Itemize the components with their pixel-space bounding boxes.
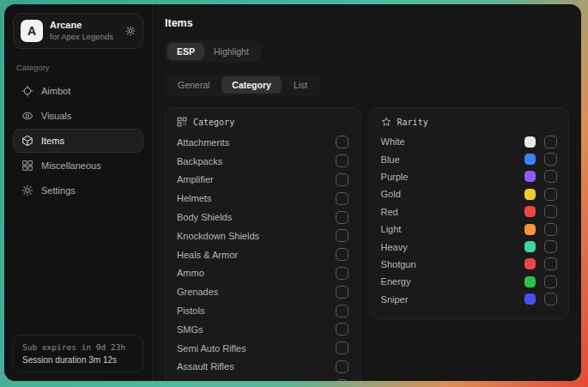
color-swatch[interactable]: [524, 189, 536, 200]
category-panel-title: Category: [193, 118, 234, 127]
category-row: Helmets: [177, 189, 349, 208]
subscription-card: Sub expires in 9d 23h Session duration 3…: [13, 335, 143, 372]
checkbox[interactable]: [336, 323, 349, 336]
sidebar-nav-label: Aimbot: [41, 86, 70, 96]
category-label: Grenades: [177, 287, 336, 297]
mode-toggle: ESP Highlight: [165, 40, 261, 63]
mode-toggle-option[interactable]: Highlight: [204, 43, 258, 60]
tab[interactable]: List: [283, 76, 318, 94]
checkbox[interactable]: [544, 153, 557, 166]
category-row: Semi Auto Rifles: [177, 339, 349, 358]
rarity-row: Shotgun: [381, 256, 557, 273]
sidebar: A Arcane for Apex Legends Category Aimbo…: [4, 4, 153, 381]
rarity-label: Blue: [381, 154, 516, 165]
category-row: Grenades: [177, 282, 349, 301]
rarity-row: White: [381, 133, 557, 150]
category-row: Backpacks: [177, 152, 349, 171]
checkbox[interactable]: [544, 188, 557, 201]
rarity-label: Light: [381, 224, 516, 234]
checkbox[interactable]: [544, 257, 557, 270]
checkbox[interactable]: [336, 192, 349, 205]
sidebar-nav-label: Visuals: [41, 111, 71, 121]
rarity-label: Sniper: [381, 294, 516, 305]
checkbox[interactable]: [336, 136, 349, 148]
color-swatch[interactable]: [524, 293, 536, 305]
tab[interactable]: Category: [221, 76, 282, 94]
category-row: Pistols: [177, 301, 349, 320]
checkbox[interactable]: [336, 173, 349, 186]
checkbox[interactable]: [544, 293, 557, 305]
sidebar-nav: Aimbot Visuals Items Miscellaneo: [13, 79, 143, 203]
rarity-label: Gold: [381, 189, 516, 199]
category-row: Ammo: [177, 264, 349, 283]
checkbox[interactable]: [336, 267, 349, 280]
category-row: Amplifier: [177, 171, 349, 190]
crosshair-icon: [21, 85, 33, 97]
rarity-label: Heavy: [381, 242, 516, 252]
checkbox[interactable]: [336, 229, 349, 242]
category-row: SMGs: [177, 320, 349, 339]
category-label: Ammo: [177, 268, 336, 278]
category-row: Body Shields: [177, 208, 349, 227]
main-content: Items ESP Highlight General Category: [153, 4, 581, 381]
rarity-panel-title: Rarity: [397, 118, 428, 127]
app-window: A Arcane for Apex Legends Category Aimbo…: [4, 4, 581, 381]
checkbox[interactable]: [336, 211, 349, 224]
sidebar-nav-item[interactable]: Aimbot: [13, 79, 143, 103]
mode-toggle-option[interactable]: ESP: [167, 43, 204, 60]
category-row: Assault Rifles: [177, 358, 349, 377]
page-title: Items: [165, 17, 569, 29]
rarity-row: Heavy: [381, 238, 557, 255]
color-swatch[interactable]: [524, 258, 536, 269]
brand-card: A Arcane for Apex Legends: [13, 13, 143, 49]
rarity-label: Purple: [381, 172, 516, 182]
color-swatch[interactable]: [524, 241, 536, 252]
rarity-row: Energy: [381, 273, 557, 290]
sidebar-nav-item[interactable]: Miscellaneous: [13, 154, 143, 178]
checkbox[interactable]: [544, 205, 557, 218]
eye-icon: [21, 110, 33, 122]
rarity-panel: Rarity White: [369, 107, 569, 319]
color-swatch[interactable]: [524, 171, 536, 182]
color-swatch[interactable]: [524, 154, 536, 165]
sidebar-nav-label: Miscellaneous: [41, 160, 101, 171]
gear-icon[interactable]: [125, 26, 136, 36]
rarity-label: White: [381, 136, 516, 147]
checkbox[interactable]: [544, 223, 557, 236]
checkbox[interactable]: [336, 248, 349, 261]
checkbox[interactable]: [336, 342, 349, 354]
gear-icon: [21, 184, 33, 197]
sidebar-nav-item[interactable]: Items: [13, 129, 143, 153]
checkbox[interactable]: [544, 170, 557, 183]
color-swatch[interactable]: [524, 224, 536, 235]
checkbox[interactable]: [336, 154, 349, 167]
tab[interactable]: General: [167, 76, 220, 94]
color-swatch[interactable]: [524, 276, 536, 287]
brand-logo: A: [21, 20, 43, 42]
checkbox[interactable]: [336, 286, 349, 299]
color-swatch[interactable]: [524, 206, 536, 217]
rarity-label: Energy: [381, 276, 516, 287]
checkbox[interactable]: [336, 305, 349, 317]
rarity-row: Blue: [381, 150, 557, 167]
category-label: Semi Auto Rifles: [177, 343, 336, 354]
desktop-background: A Arcane for Apex Legends Category Aimbo…: [0, 0, 588, 387]
checkbox[interactable]: [336, 360, 349, 373]
qr-grid-icon: [177, 117, 187, 127]
star-icon: [381, 117, 391, 127]
cube-icon: [21, 135, 33, 147]
sub-expires-text: Sub expires in 9d 23h: [22, 342, 134, 352]
checkbox[interactable]: [336, 379, 349, 381]
sidebar-section-label: Category: [16, 63, 140, 72]
rarity-row: Purple: [381, 168, 557, 185]
rarity-row: Light: [381, 221, 557, 238]
rarity-row: Red: [381, 203, 557, 221]
category-row: Knockdown Shields: [177, 227, 349, 245]
sidebar-nav-item[interactable]: Visuals: [13, 104, 143, 128]
checkbox[interactable]: [544, 275, 557, 288]
color-swatch[interactable]: [524, 136, 536, 148]
checkbox[interactable]: [544, 240, 557, 253]
category-row: LMGs: [177, 376, 349, 381]
sidebar-nav-item[interactable]: Settings: [13, 178, 143, 203]
checkbox[interactable]: [544, 136, 557, 148]
